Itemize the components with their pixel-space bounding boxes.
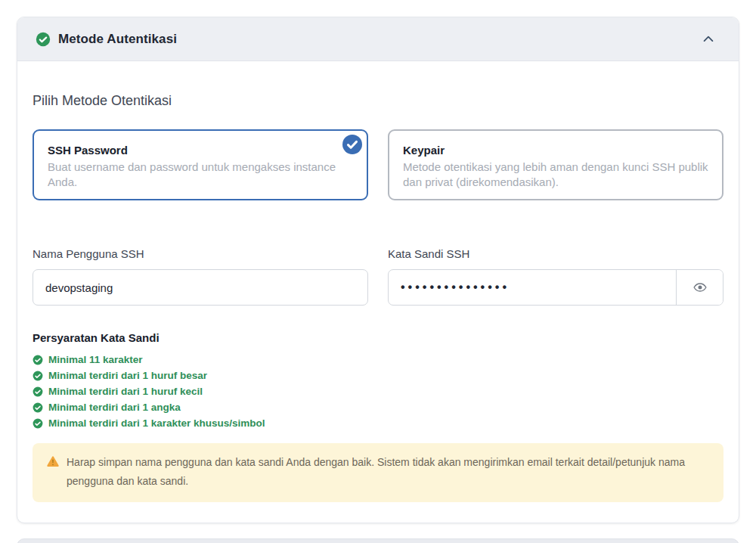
requirement-text: Minimal terdiri dari 1 karakter khusus/s… (48, 417, 265, 429)
username-label: Nama Pengguna SSH (33, 246, 368, 262)
check-circle-icon (33, 355, 43, 365)
method-description: Metode otentikasi yang lebih aman dengan… (403, 160, 708, 190)
chevron-up-icon (701, 32, 716, 47)
auth-method-section: Metode Autentikasi Pilih Metode Otentika… (17, 17, 739, 523)
requirement-text: Minimal terdiri dari 1 huruf kecil (48, 386, 203, 397)
next-section-header[interactable] (17, 538, 739, 543)
check-circle-icon (33, 371, 43, 381)
warning-text: Harap simpan nama pengguna dan kata sand… (67, 453, 710, 491)
check-circle-icon (33, 402, 43, 413)
warning-icon-wrap (46, 453, 60, 491)
username-field-group: Nama Pengguna SSH (33, 246, 368, 306)
password-input-group (388, 269, 723, 306)
requirement-item: Minimal terdiri dari 1 karakter khusus/s… (33, 415, 723, 431)
toggle-password-visibility-button[interactable] (676, 270, 723, 305)
section-header-toggle[interactable]: Metode Autentikasi (17, 17, 739, 61)
collapse-button[interactable] (698, 29, 719, 50)
credentials-warning-note: Harap simpan nama pengguna dan kata sand… (33, 443, 723, 502)
password-input[interactable] (389, 270, 676, 305)
requirement-item: Minimal 11 karakter (33, 352, 723, 368)
requirements-list: Minimal 11 karakter Minimal terdiri dari… (33, 352, 723, 431)
method-options: SSH Password Buat username dan password … (33, 129, 723, 200)
requirements-title: Persyaratan Kata Sandi (33, 330, 723, 346)
method-description: Buat username dan password untuk mengaks… (48, 160, 353, 190)
username-input[interactable] (33, 269, 368, 306)
requirement-item: Minimal terdiri dari 1 huruf kecil (33, 383, 723, 399)
section-body: Pilih Metode Otentikasi SSH Password Bua… (17, 92, 739, 502)
method-title: SSH Password (48, 142, 353, 158)
requirement-text: Minimal terdiri dari 1 huruf besar (48, 370, 207, 381)
check-circle-icon (33, 386, 43, 397)
requirement-item: Minimal terdiri dari 1 huruf besar (33, 368, 723, 383)
method-title: Keypair (403, 142, 708, 158)
section-title: Metode Autentikasi (58, 32, 177, 47)
requirement-text: Minimal terdiri dari 1 angka (48, 402, 181, 413)
requirement-item: Minimal terdiri dari 1 angka (33, 399, 723, 415)
password-requirements: Persyaratan Kata Sandi Minimal 11 karakt… (33, 330, 723, 431)
check-circle-icon (33, 418, 43, 429)
method-select-label: Pilih Metode Otentikasi (33, 92, 723, 110)
section-header-left: Metode Autentikasi (36, 32, 177, 47)
section-complete-check-icon (36, 32, 51, 47)
warning-triangle-icon (46, 455, 60, 468)
password-label: Kata Sandi SSH (388, 246, 723, 262)
requirement-text: Minimal 11 karakter (48, 354, 143, 365)
selected-check-badge-icon (342, 134, 363, 155)
method-card-keypair[interactable]: Keypair Metode otentikasi yang lebih ama… (388, 129, 723, 200)
credential-fields: Nama Pengguna SSH Kata Sandi SSH (33, 246, 723, 306)
eye-icon (692, 280, 708, 295)
method-card-ssh-password[interactable]: SSH Password Buat username dan password … (33, 129, 368, 200)
password-field-group: Kata Sandi SSH (388, 246, 723, 306)
